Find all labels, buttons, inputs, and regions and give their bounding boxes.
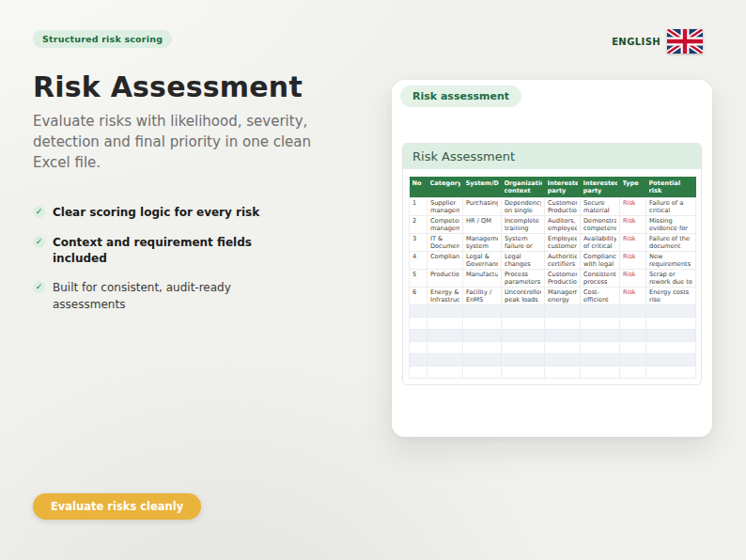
empty-cell [545, 366, 581, 379]
table-cell: Process parameters [502, 270, 545, 288]
empty-cell [620, 342, 646, 354]
empty-cell [581, 318, 620, 330]
empty-cell [581, 305, 620, 318]
top-badge: Structured risk scoring [33, 30, 172, 48]
table-cell: Management system [463, 234, 502, 252]
empty-cell [581, 366, 620, 379]
empty-cell [620, 305, 646, 318]
empty-cell [646, 318, 696, 330]
table-cell: Employees, customers [545, 234, 581, 252]
table-cell: Cost-efficient and stable [581, 288, 620, 305]
empty-row [410, 366, 696, 379]
empty-cell [427, 342, 463, 354]
table-cell: HR / QM [463, 216, 502, 234]
table-cell: Risk [620, 270, 646, 288]
table-cell: Supplier management [427, 198, 463, 216]
table-cell: Compliance with legal [581, 252, 620, 270]
empty-cell [502, 330, 545, 342]
empty-cell [502, 354, 545, 366]
column-header: No [410, 177, 427, 198]
empty-cell [545, 330, 581, 342]
table-cell: Energy & Infrastructure [427, 288, 463, 305]
table-cell: Energy costs rise [646, 288, 696, 305]
card-badge: Risk assessment [400, 86, 521, 107]
column-header: Type [620, 177, 646, 198]
table-row: 2Competence managementHR / QMIncomplete … [410, 216, 696, 234]
empty-cell [545, 305, 581, 318]
empty-cell [581, 342, 620, 354]
hero-section: Structured risk scoring Risk Assessment … [33, 28, 381, 326]
empty-cell [545, 318, 581, 330]
feature-label: Context and requirement fields included [53, 235, 297, 268]
table-cell: Uncontrolled peak loads [502, 288, 545, 305]
table-cell: Secure material [581, 198, 620, 216]
table-cell: Legal & Governance [463, 252, 502, 270]
empty-row [410, 342, 696, 354]
empty-cell [581, 354, 620, 366]
header-row: NoCategorySystem/Depart.Organizational c… [410, 177, 696, 198]
table-cell: Incomplete training [502, 216, 545, 234]
check-icon: ✓ [33, 281, 45, 293]
cta-button[interactable]: Evaluate risks cleanly [33, 493, 201, 520]
table-cell: Management, energy [545, 288, 581, 305]
empty-cell [646, 366, 696, 379]
column-header: Organizational context [502, 177, 545, 198]
empty-cell [427, 305, 463, 318]
column-header: System/Depart. [463, 177, 502, 198]
table-row: 1Supplier managementPurchasingDependency… [410, 198, 696, 216]
empty-row [410, 354, 696, 366]
empty-cell [502, 366, 545, 379]
empty-cell [620, 330, 646, 342]
table-cell: 2 [410, 216, 427, 234]
table-cell: Customers, Production [545, 198, 581, 216]
column-header: Category [427, 177, 463, 198]
table-cell: Compliance [427, 252, 463, 270]
empty-cell [646, 330, 696, 342]
empty-cell [646, 354, 696, 366]
table-cell: Consistent process and [581, 270, 620, 288]
page: Structured risk scoring Risk Assessment … [0, 0, 746, 560]
table-cell: 6 [410, 288, 427, 305]
table-cell: Auditors, employees [545, 216, 581, 234]
empty-cell [463, 318, 502, 330]
empty-cell [410, 318, 427, 330]
empty-cell [463, 354, 502, 366]
table-cell: Dependency on single [502, 198, 545, 216]
check-icon: ✓ [33, 236, 45, 248]
table-cell: Risk [620, 216, 646, 234]
table-cell: Competence management [427, 216, 463, 234]
empty-cell [410, 354, 427, 366]
table-cell: 4 [410, 252, 427, 270]
column-header: Interested party [581, 177, 620, 198]
empty-cell [427, 318, 463, 330]
empty-cell [410, 305, 427, 318]
table-cell: Risk [620, 198, 646, 216]
table-cell: Purchasing [463, 198, 502, 216]
empty-cell [620, 354, 646, 366]
empty-cell [410, 330, 427, 342]
table-row: 5ProductionManufacturingProcess paramete… [410, 270, 696, 288]
table-cell: IT & Documentation [427, 234, 463, 252]
table-cell: Scrap or rework due to process [646, 270, 696, 288]
feature-list: ✓ Clear scoring logic for every risk ✓ C… [33, 205, 381, 313]
table-cell: Authorities, certifiers [545, 252, 581, 270]
column-header: Interested party [545, 177, 581, 198]
language-selector[interactable]: ENGLISH [612, 29, 703, 54]
table-cell: Manufacturing [463, 270, 502, 288]
empty-cell [620, 318, 646, 330]
feature-item: ✓ Built for consistent, audit-ready asse… [33, 280, 381, 313]
empty-cell [502, 318, 545, 330]
empty-cell [502, 305, 545, 318]
empty-cell [463, 330, 502, 342]
empty-row [410, 305, 696, 318]
empty-cell [463, 342, 502, 354]
check-icon: ✓ [33, 206, 45, 218]
empty-cell [410, 366, 427, 379]
page-title: Risk Assessment [33, 70, 381, 103]
table-cell: Risk [620, 252, 646, 270]
empty-cell [427, 366, 463, 379]
table-cell: Demonstrable competence [581, 216, 620, 234]
empty-row [410, 330, 696, 342]
empty-cell [502, 342, 545, 354]
table-cell: Production [427, 270, 463, 288]
